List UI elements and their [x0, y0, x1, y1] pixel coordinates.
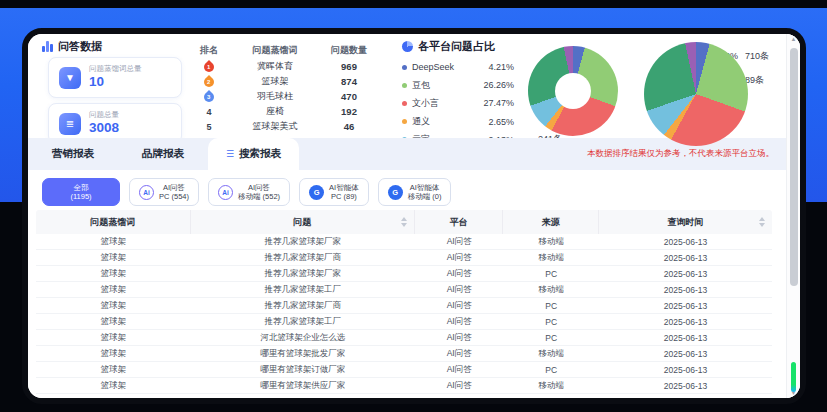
stat-label: 问题蒸馏词总量 — [89, 64, 142, 74]
tab-label: 搜索报表 — [239, 147, 281, 161]
chip-label: 全部 — [70, 183, 91, 192]
legend-name: 豆包 — [412, 79, 470, 92]
ranking-count: 470 — [322, 91, 376, 102]
legend-pct: 26.26% — [470, 80, 514, 90]
table-row: 篮球架哪里有篮球架供应厂家AI问答移动端2025-06-13 — [36, 378, 772, 394]
ai-agent-icon: G — [309, 185, 324, 200]
filter-icon: ▼ — [59, 67, 81, 89]
ai-qa-icon: Ai — [139, 185, 154, 200]
column-header-source: 来源 — [503, 210, 599, 234]
chip-count: 移动端 (552) — [238, 192, 280, 201]
table-row: 篮球架推荐几家篮球架工厂AI问答PC2025-06-13 — [36, 314, 772, 330]
ranking-row: 1 冀晖体育 969 — [190, 59, 376, 74]
tab-brand-report[interactable]: 品牌报表 — [118, 138, 208, 170]
ranking-word: 篮球架美式 — [228, 120, 322, 133]
platform-section-title: 各平台问题占比 — [402, 39, 495, 54]
column-header-time: 查询时间 — [599, 210, 772, 234]
legend-dot — [402, 101, 407, 106]
ranking-count: 969 — [322, 61, 376, 72]
ranking-row: 2 篮球架 874 — [190, 74, 376, 89]
qa-title-label: 问答数据 — [58, 39, 102, 54]
vertical-scrollbar[interactable]: ▲ ▼ — [786, 34, 800, 398]
table-row: 篮球架哪里有篮球架订做厂家AI问答PC2025-06-13 — [36, 362, 772, 378]
chip-label: AI智能体 — [329, 183, 359, 192]
legend-pct: 4.21% — [470, 62, 514, 72]
ranking-word: 羽毛球柱 — [228, 90, 322, 103]
column-header-word: 问题蒸馏词 — [36, 210, 191, 234]
legend-name: 文小言 — [412, 97, 470, 110]
legend-pct: 2.65% — [470, 117, 514, 127]
chip-count: PC (89) — [329, 192, 359, 201]
list-icon: ☰ — [226, 149, 234, 159]
ranking-count: 46 — [322, 121, 376, 132]
sort-icon[interactable] — [401, 217, 407, 227]
green-indicator-bar — [791, 362, 796, 392]
legend-name: 通义 — [412, 115, 470, 128]
filter-all-button[interactable]: 全部 (1195) — [42, 178, 120, 206]
table-row: 篮球架河北篮球架企业怎么选AI问答PC2025-06-13 — [36, 330, 772, 346]
legend-pct: 27.47% — [470, 98, 514, 108]
filter-ai-agent-pc-button[interactable]: G AI智能体 PC (89) — [299, 178, 369, 206]
stat-value: 10 — [89, 74, 142, 90]
list-icon: ≣ — [59, 113, 81, 135]
rank-1-flame-icon: 1 — [202, 59, 216, 73]
rank-2-flame-icon: 2 — [202, 74, 216, 88]
tab-marketing-report[interactable]: 营销报表 — [28, 138, 118, 170]
filter-chip-row: 全部 (1195) Ai AI问答 PC (554) Ai AI问答 移动端 (… — [42, 178, 451, 206]
stat-card-distill-total: ▼ 问题蒸馏词总量 10 — [48, 57, 182, 98]
column-header-question: 问题 — [191, 210, 415, 234]
filter-ai-qa-mobile-button[interactable]: Ai AI问答 移动端 (552) — [208, 178, 290, 206]
legend-dot — [402, 65, 407, 70]
platform-title-label: 各平台问题占比 — [418, 39, 495, 54]
ranking-row: 4 座椅 192 — [190, 104, 376, 119]
ranking-row: 3 羽毛球柱 470 — [190, 89, 376, 104]
ranking-header-count: 问题数量 — [322, 44, 376, 57]
tab-search-report[interactable]: ☰ 搜索报表 — [208, 138, 299, 170]
legend-name: DeepSeek — [412, 62, 470, 72]
ranking-header: 排名 问题蒸馏词 问题数量 — [190, 42, 376, 59]
ranking-count: 874 — [322, 76, 376, 87]
chip-label: AI问答 — [159, 183, 189, 192]
legend-dot — [402, 83, 407, 88]
bar-chart-icon — [42, 41, 53, 52]
chip-count: PC (554) — [159, 192, 189, 201]
ranking-header-rank: 排名 — [190, 44, 228, 57]
legend-dot — [402, 119, 407, 124]
ranking-rank: 4 — [190, 107, 228, 117]
sort-icon[interactable] — [759, 217, 765, 227]
disclaimer-note: 本数据排序结果仅为参考，不代表来源平台立场。 — [587, 148, 800, 160]
ranking-word: 座椅 — [228, 105, 322, 118]
tab-label: 品牌报表 — [142, 147, 184, 161]
table-row: 篮球架推荐几家篮球架厂家AI问答PC2025-06-13 — [36, 266, 772, 282]
ranking-header-word: 问题蒸馏词 — [228, 44, 322, 57]
table-row: 篮球架哪里有篮球架批发厂家AI问答移动端2025-06-13 — [36, 346, 772, 362]
chip-label: AI智能体 — [408, 183, 442, 192]
filter-ai-qa-pc-button[interactable]: Ai AI问答 PC (554) — [129, 178, 199, 206]
ranking-row: 5 篮球架美式 46 — [190, 119, 376, 134]
table-row: 篮球架推荐几家篮球架厂商AI问答PC2025-06-13 — [36, 298, 772, 314]
stat-value: 3008 — [89, 120, 119, 136]
column-header-platform: 平台 — [415, 210, 503, 234]
table-row: 篮球架推荐几家篮球架厂商AI问答移动端2025-06-13 — [36, 250, 772, 266]
ranking-word: 冀晖体育 — [228, 60, 322, 73]
scroll-up-arrow-icon[interactable]: ▲ — [787, 36, 800, 42]
table-row: 篮球架推荐几家篮球架厂家AI问答移动端2025-06-13 — [36, 234, 772, 250]
tab-label: 营销报表 — [52, 147, 94, 161]
platform-donut-chart — [528, 46, 618, 136]
chip-label: AI问答 — [238, 183, 280, 192]
chip-count: (1195) — [70, 192, 91, 201]
pie-chart-icon — [402, 41, 413, 52]
filter-ai-agent-mobile-button[interactable]: G AI智能体 移动端 (0) — [378, 178, 452, 206]
ranking-rank: 5 — [190, 122, 228, 132]
ranking-table: 排名 问题蒸馏词 问题数量 1 冀晖体育 969 2 篮球架 874 3 羽毛球… — [190, 42, 376, 134]
dashboard-panel: 问答数据 ▼ 问题蒸馏词总量 10 ≣ 问题总量 3008 排名 问题蒸馏词 问… — [22, 28, 806, 404]
stat-label: 问题总量 — [89, 110, 119, 120]
scrollbar-thumb[interactable] — [790, 48, 798, 286]
qa-section-title: 问答数据 — [42, 39, 102, 54]
ranking-word: 篮球架 — [228, 75, 322, 88]
questions-table: 问题蒸馏词 问题 平台 来源 查询时间 篮球架推荐几家篮球架厂家AI问答移动端2… — [36, 210, 772, 394]
table-header-row: 问题蒸馏词 问题 平台 来源 查询时间 — [36, 210, 772, 234]
chip-count: 移动端 (0) — [408, 192, 442, 201]
ranking-count: 192 — [322, 106, 376, 117]
ai-qa-icon: Ai — [218, 185, 233, 200]
